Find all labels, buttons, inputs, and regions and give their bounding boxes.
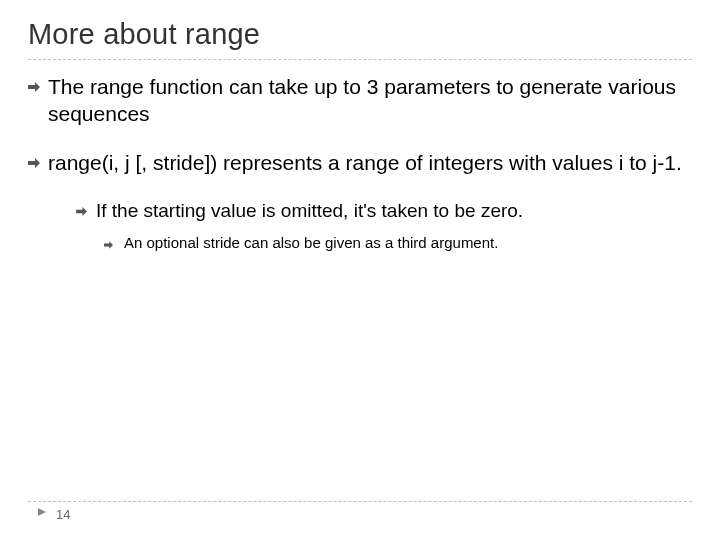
footer-divider (28, 501, 692, 502)
slide-title: More about range (28, 18, 692, 51)
bullet-text: If the starting value is omitted, it's t… (96, 199, 692, 223)
bullet-text: range(i, j [, stride]) represents a rang… (48, 150, 692, 177)
slide: More about range The range function can … (0, 0, 720, 540)
bullet-level1: The range function can take up to 3 para… (28, 74, 692, 128)
bullet-text: The range function can take up to 3 para… (48, 74, 692, 128)
bullet-marker-icon (104, 233, 124, 249)
bullet-level2: If the starting value is omitted, it's t… (76, 199, 692, 223)
slide-body: The range function can take up to 3 para… (28, 74, 692, 252)
title-divider (28, 59, 692, 60)
bullet-marker-icon (28, 150, 48, 168)
bullet-level3: An optional stride can also be given as … (104, 233, 692, 252)
page-marker-icon (36, 504, 48, 522)
svg-marker-0 (38, 508, 46, 516)
bullet-level1: range(i, j [, stride]) represents a rang… (28, 150, 692, 177)
page-number: 14 (56, 507, 70, 522)
bullet-marker-icon (28, 74, 48, 92)
bullet-text: An optional stride can also be given as … (124, 233, 692, 252)
bullet-marker-icon (76, 199, 96, 216)
